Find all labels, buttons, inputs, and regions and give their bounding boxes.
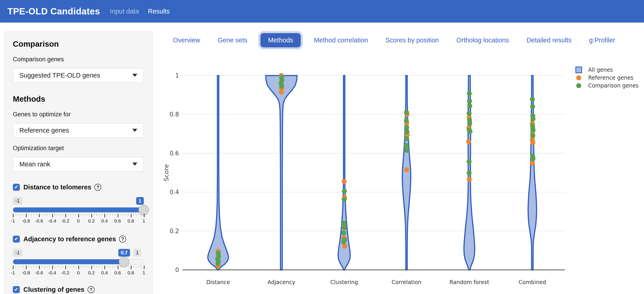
tab-detailed-results[interactable]: Detailed results	[522, 33, 576, 47]
slider-value-badge: 1	[136, 197, 144, 205]
app-root: TPE-OLD Candidates Input data Results Co…	[0, 0, 644, 294]
distance-checkbox-label: Distance to telomeres	[24, 184, 91, 191]
adjacency-checkbox[interactable]: ✔	[13, 236, 20, 243]
clustering-checkbox[interactable]: ✔	[13, 286, 20, 293]
target-select[interactable]: Mean rank	[13, 157, 144, 171]
comparison-gene-point	[404, 129, 410, 134]
violin-adjacency	[266, 76, 297, 270]
tab-gene-sets[interactable]: Gene sets	[213, 33, 252, 47]
x-tick-label: Random forest	[450, 279, 489, 285]
tab-ortholog-locations[interactable]: Ortholog locations	[452, 33, 514, 47]
comparison-gene-point	[279, 84, 284, 89]
comparison-genes-value: Suggested TPE-OLD genes	[19, 72, 100, 79]
legend-swatch-all-genes[interactable]	[576, 67, 582, 73]
tab-methods[interactable]: Methods	[260, 33, 301, 47]
tab-method-correlation[interactable]: Method correlation	[309, 33, 372, 47]
reference-gene-point	[466, 139, 471, 144]
legend-label[interactable]: Comparison genes	[588, 83, 638, 89]
slider-fill	[13, 207, 144, 212]
reference-gene-point	[530, 161, 535, 166]
comparison-gene-point	[467, 99, 472, 104]
y-tick-label: 0.4	[170, 189, 179, 196]
chevron-down-icon	[132, 74, 137, 77]
chart-svg: 00.20.40.60.81ScoreDistanceAdjacencyClus…	[155, 63, 644, 294]
comparison-gene-point	[467, 91, 472, 96]
app-title: TPE-OLD Candidates	[8, 6, 100, 17]
comparison-gene-point	[468, 129, 472, 134]
slider-track[interactable]	[13, 259, 144, 264]
chevron-down-icon	[132, 163, 137, 166]
reference-gene-point	[530, 140, 535, 145]
comparison-gene-point	[466, 111, 472, 116]
nav-item-results[interactable]: Results	[148, 8, 170, 15]
reference-gene-point	[342, 179, 347, 184]
comparison-gene-point	[341, 230, 346, 235]
slider-min-badge: -1	[13, 197, 22, 205]
comparison-gene-point	[342, 225, 347, 230]
reference-gene-point	[467, 177, 472, 182]
comparison-gene-point	[342, 197, 347, 202]
comparison-gene-point	[466, 159, 472, 164]
comparison-gene-point	[467, 121, 472, 126]
tab-g-profiler[interactable]: g:Profiler	[584, 33, 620, 47]
comparison-gene-point	[530, 116, 536, 121]
reference-gene-point	[404, 167, 409, 172]
help-icon[interactable]: ?	[119, 236, 126, 243]
comparison-gene-point	[530, 97, 535, 102]
slider-tick-labels: -1-0.8-0.6-0.4-0.200.20.40.60.81	[13, 270, 144, 276]
slider-tick-labels: -1-0.8-0.6-0.4-0.200.20.40.60.81	[13, 218, 144, 225]
comparison-gene-point	[342, 221, 346, 226]
comparison-gene-point	[341, 239, 346, 244]
legend-label[interactable]: All genes	[588, 67, 613, 73]
methods-violin-chart: 00.20.40.60.81ScoreDistanceAdjacencyClus…	[155, 63, 644, 294]
y-tick-label: 0	[175, 266, 179, 273]
target-value: Mean rank	[19, 161, 50, 168]
comparison-gene-point	[404, 143, 409, 148]
comparison-gene-point	[404, 110, 409, 115]
comparison-gene-point	[530, 128, 536, 133]
y-tick-label: 0.6	[170, 150, 179, 157]
distance-weight-slider: -1 1 -1-0.8-0.6-0.4-0.200.20.40.60.81	[13, 197, 144, 225]
distance-checkbox-row: ✔ Distance to telomeres ?	[13, 183, 144, 191]
optimize-select[interactable]: Reference genes	[13, 123, 144, 137]
x-tick-label: Clustering	[330, 279, 358, 285]
chevron-down-icon	[132, 129, 137, 132]
nav-item-input-data[interactable]: Input data	[110, 8, 139, 15]
adjacency-checkbox-label: Adjacency to reference genes	[24, 235, 116, 243]
comparison-genes-select[interactable]: Suggested TPE-OLD genes	[13, 68, 144, 83]
violin-distance	[208, 76, 228, 270]
comparison-heading: Comparison	[13, 39, 144, 49]
x-tick-label: Adjacency	[268, 279, 295, 285]
legend-swatch[interactable]	[576, 75, 581, 80]
comparison-gene-point	[466, 171, 472, 175]
x-tick-label: Correlation	[392, 279, 422, 285]
y-axis-title: Score	[163, 164, 170, 181]
tab-overview[interactable]: Overview	[168, 33, 204, 47]
legend-label[interactable]: Reference genes	[588, 75, 634, 81]
comparison-gene-point	[467, 103, 472, 108]
slider-max-badge: 1	[134, 249, 141, 257]
slider-track[interactable]	[13, 207, 144, 212]
results-tabbar: OverviewGene setsMethodsMethod correlati…	[168, 32, 620, 49]
help-icon[interactable]: ?	[88, 286, 94, 293]
comparison-gene-point	[530, 133, 535, 138]
violin-correlation	[402, 76, 411, 270]
sidebar: Comparison Comparison genes Suggested TP…	[4, 31, 152, 294]
target-label: Optimization target	[13, 144, 144, 152]
comparison-gene-point	[342, 189, 347, 194]
slider-min-badge: -1	[13, 249, 22, 257]
comparison-gene-point	[404, 148, 409, 153]
adjacency-checkbox-row: ✔ Adjacency to reference genes ?	[13, 235, 144, 243]
legend-swatch[interactable]	[576, 83, 581, 88]
optimize-value: Reference genes	[19, 127, 69, 134]
distance-checkbox[interactable]: ✔	[13, 184, 20, 191]
clustering-checkbox-label: Clustering of genes	[24, 286, 84, 293]
tab-scores-by-position[interactable]: Scores by position	[381, 33, 443, 47]
reference-gene-point	[279, 89, 284, 94]
slider-fill	[13, 259, 124, 264]
help-icon[interactable]: ?	[94, 184, 101, 191]
comparison-gene-point	[216, 261, 220, 266]
y-tick-label: 0.8	[170, 111, 179, 118]
x-tick-label: Combined	[518, 279, 546, 285]
comparison-gene-point	[404, 125, 409, 130]
